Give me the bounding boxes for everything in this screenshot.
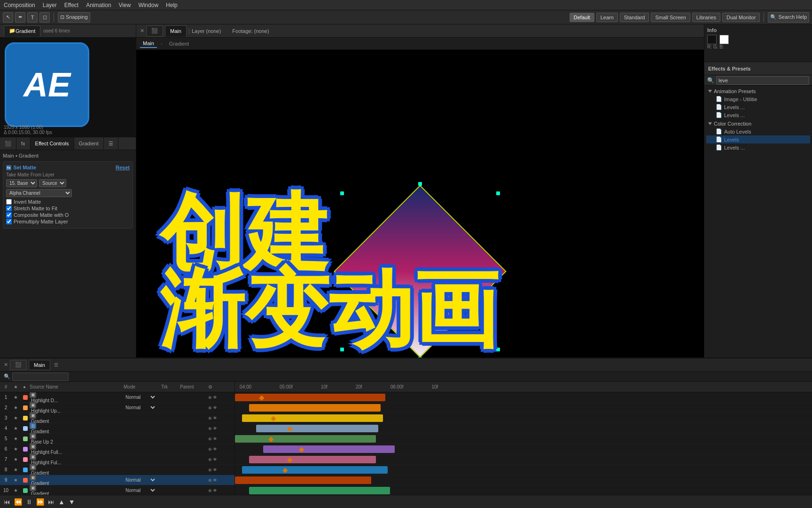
layer-solo-icon[interactable]: ⊕ [208, 488, 212, 493]
menu-window[interactable]: Window [138, 2, 158, 8]
layer-vis-icon[interactable]: 👁 [213, 395, 217, 400]
track-bar[interactable] [263, 445, 395, 453]
matte-layer-select[interactable]: 15. Base [6, 179, 37, 187]
layer-row[interactable]: 9 ★ ▣ Gradient Normal ⊕ 👁 [0, 475, 234, 485]
project-tab[interactable]: 📁 Gradient [4, 25, 40, 37]
timeline-tab-menu[interactable]: ☰ [54, 362, 58, 367]
workspace-standard[interactable]: Standard [620, 13, 649, 22]
ep-search-input[interactable] [716, 76, 809, 85]
timeline-expand-icon[interactable]: ▲ [58, 498, 65, 506]
layer-row[interactable]: 3 ★ ▣ Gradient ⊕ 👁 [0, 413, 234, 423]
layer-star[interactable]: ★ [12, 477, 21, 483]
invert-matte-checkbox[interactable] [6, 199, 12, 205]
toolbar-pen[interactable]: ✒ [15, 12, 25, 23]
effect-controls-gradient-tab[interactable]: Gradient [74, 137, 104, 150]
layer-mode-select[interactable]: Normal [124, 477, 156, 483]
track-bar[interactable] [249, 487, 390, 494]
matte-source-select[interactable]: Source [39, 179, 66, 187]
effect-controls-menu[interactable]: ☰ [104, 137, 118, 150]
layer-star[interactable]: ★ [12, 405, 21, 410]
layer-star[interactable]: ★ [12, 436, 21, 441]
layer-star[interactable]: ★ [12, 467, 21, 472]
menu-effect[interactable]: Effect [64, 2, 78, 8]
layer-star[interactable]: ★ [12, 395, 21, 400]
ep-category-animation-header[interactable]: Animation Presets [706, 87, 810, 95]
workspace-dual-monitor[interactable]: Dual Monitor [722, 13, 760, 22]
ep-item-levels-sub[interactable]: 📄 Levels ... [706, 143, 810, 151]
timeline-end-btn[interactable]: ⏭ [48, 498, 55, 506]
effect-controls-tab[interactable]: Effect Controls [31, 137, 74, 150]
layer-mode-select[interactable]: Normal [124, 394, 156, 400]
layer-vis-icon[interactable]: 👁 [213, 426, 217, 431]
toolbar-text[interactable]: T [27, 12, 38, 23]
layer-row[interactable]: 5 ★ ▣ Base Up 2 ⊕ 👁 [0, 434, 234, 444]
layer-vis-icon[interactable]: 👁 [213, 416, 217, 421]
layer-star[interactable]: ★ [12, 426, 21, 431]
alpha-channel-select[interactable]: Alpha Channel [6, 189, 72, 197]
layer-solo-icon[interactable]: ⊕ [208, 416, 212, 421]
comp-tab-main[interactable]: Main [165, 25, 187, 37]
timeline-search-input[interactable] [12, 373, 69, 381]
toolbar-shape[interactable]: ◻ [39, 12, 50, 23]
menu-layer[interactable]: Layer [43, 2, 57, 8]
layer-solo-icon[interactable]: ⊕ [208, 405, 212, 410]
layer-vis-icon[interactable]: 👁 [213, 457, 217, 462]
layer-vis-icon[interactable]: 👁 [213, 437, 217, 441]
track-bar[interactable] [249, 404, 381, 412]
workspace-small-screen[interactable]: Small Screen [651, 13, 690, 22]
layer-row[interactable]: 1 ★ ▣ Highlight D... Normal ⊕ 👁 [0, 392, 234, 403]
layer-row[interactable]: 6 ★ ▣ Highlight Full... ⊕ 👁 [0, 444, 234, 454]
layer-solo-icon[interactable]: ⊕ [208, 457, 212, 462]
layer-row[interactable]: 2 ★ ▣ Highlight Up... Normal ⊕ 👁 [0, 403, 234, 413]
comp-close-icon[interactable]: ✕ [140, 28, 144, 34]
comp-sub-tab-main[interactable]: Main [140, 40, 157, 48]
menu-animation[interactable]: Animation [86, 2, 111, 8]
search-help-btn[interactable]: 🔍 Search Help [768, 12, 809, 23]
layer-solo-icon[interactable]: ⊕ [208, 468, 212, 472]
reset-button[interactable]: Reset [116, 165, 130, 170]
toolbar-selection[interactable]: ↖ [3, 12, 13, 23]
layer-star[interactable]: ★ [12, 415, 21, 421]
ep-item-levels-1[interactable]: 📄 Levels ... [706, 103, 810, 111]
layer-vis-icon[interactable]: 👁 [213, 468, 217, 472]
layer-solo-icon[interactable]: ⊕ [208, 437, 212, 441]
track-bar[interactable] [249, 456, 376, 463]
layer-row[interactable]: 10 ★ ▣ Gradient Normal ⊕ 👁 [0, 485, 234, 495]
workspace-learn[interactable]: Learn [596, 13, 618, 22]
workspace-default[interactable]: Default [570, 13, 594, 22]
layer-mode-select[interactable]: Normal [124, 487, 156, 493]
ep-item-image-utility[interactable]: 📄 Image - Utilitie [706, 95, 810, 103]
track-bar[interactable] [235, 435, 376, 443]
layer-mode-select[interactable]: Normal [124, 405, 156, 411]
layer-solo-icon[interactable]: ⊕ [208, 426, 212, 431]
menu-help[interactable]: Help [166, 2, 178, 8]
ep-item-levels-2[interactable]: 📄 Levels ... [706, 111, 810, 119]
menu-composition[interactable]: Composition [4, 2, 35, 8]
layer-row[interactable]: 4 ★ ▥ Gradient ⊕ 👁 [0, 423, 234, 434]
timeline-next-btn[interactable]: ⏩ [36, 498, 44, 506]
layer-star[interactable]: ★ [12, 488, 21, 493]
layer-row[interactable]: 7 ★ ▣ Highlight Ful... ⊕ 👁 [0, 454, 234, 465]
snapping-btn[interactable]: ⊡ Snapping [58, 12, 90, 23]
composite-matte-checkbox[interactable] [6, 212, 12, 218]
track-bar[interactable] [256, 425, 378, 432]
track-bar[interactable] [235, 476, 371, 484]
ep-item-levels-main[interactable]: 📄 Levels [706, 135, 810, 143]
layer-star[interactable]: ★ [12, 457, 21, 462]
comp-sub-tab-gradient[interactable]: Gradient [166, 40, 192, 48]
layer-vis-icon[interactable]: 👁 [213, 488, 217, 493]
layer-solo-icon[interactable]: ⊕ [208, 447, 212, 452]
layer-row[interactable]: 8 ★ ▣ Gradient ⊕ 👁 [0, 465, 234, 475]
track-bar[interactable] [235, 394, 385, 401]
layer-vis-icon[interactable]: 👁 [213, 447, 217, 452]
premultiply-matte-checkbox[interactable] [6, 219, 12, 224]
layer-solo-icon[interactable]: ⊕ [208, 478, 212, 483]
timeline-prev-btn[interactable]: ⏪ [14, 498, 22, 506]
menu-view[interactable]: View [119, 2, 131, 8]
track-bar[interactable] [242, 466, 388, 474]
timeline-tab-main[interactable]: Main [29, 360, 50, 370]
layer-vis-icon[interactable]: 👁 [213, 478, 217, 483]
timeline-close-icon[interactable]: ✕ [4, 362, 8, 368]
layer-vis-icon[interactable]: 👁 [213, 405, 217, 410]
timeline-play-btn[interactable]: ⏮ [4, 498, 10, 506]
